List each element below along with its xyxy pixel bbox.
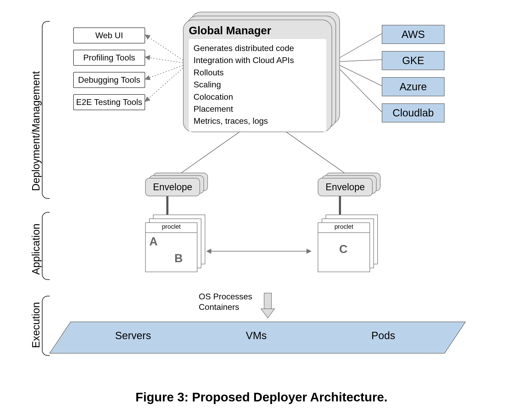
proclet-letter-A: A xyxy=(149,235,158,248)
gm-item: Colocation xyxy=(194,91,322,103)
cloud-aws: AWS xyxy=(382,25,445,44)
proclet-right: proclet C xyxy=(318,222,370,272)
svg-line-1 xyxy=(145,57,183,63)
envelope-right-label: Envelope xyxy=(318,178,372,196)
tool-debugging: Debugging Tools xyxy=(73,72,145,88)
proclet-letter-C: C xyxy=(339,243,348,256)
svg-rect-13 xyxy=(264,293,271,309)
tool-web-ui: Web UI xyxy=(73,27,145,43)
global-manager-list: Generates distributed code Integration w… xyxy=(189,39,326,132)
envelope-left: Envelope xyxy=(145,178,200,196)
proclet-right-header: proclet xyxy=(318,223,369,233)
gm-item: Metrics, traces, logs xyxy=(194,115,322,127)
proclet-letter-B: B xyxy=(174,252,183,265)
exec-label-vms: VMs xyxy=(246,330,267,341)
gm-item: Rollouts xyxy=(194,66,322,79)
exec-label-servers: Servers xyxy=(115,330,151,341)
tool-profiling: Profiling Tools xyxy=(73,50,145,66)
svg-line-8 xyxy=(178,126,248,175)
proclet-left: proclet A B xyxy=(145,222,197,272)
gm-item: Integration with Cloud APIs xyxy=(194,54,322,66)
figure-caption: Figure 3: Proposed Deployer Architecture… xyxy=(0,390,523,404)
brace-application xyxy=(42,212,50,280)
cloud-azure: Azure xyxy=(382,77,445,96)
os-label-2: Containers xyxy=(199,302,239,312)
exec-label-pods: Pods xyxy=(371,330,395,341)
envelope-right: Envelope xyxy=(318,178,373,196)
section-label-execution: Execution xyxy=(30,302,42,348)
brace-execution xyxy=(42,296,50,356)
svg-line-4 xyxy=(340,33,382,58)
section-label-deployment: Deployment/Management xyxy=(30,71,42,191)
svg-line-0 xyxy=(145,35,183,60)
svg-line-3 xyxy=(145,68,183,102)
section-label-application: Application xyxy=(30,223,42,275)
os-label-1: OS Processes xyxy=(199,292,252,301)
svg-marker-14 xyxy=(261,309,275,318)
global-manager-title: Global Manager xyxy=(189,24,326,37)
gm-item: Placement xyxy=(194,103,322,115)
tool-e2e-testing: E2E Testing Tools xyxy=(73,94,145,110)
svg-line-9 xyxy=(277,126,348,175)
svg-line-2 xyxy=(145,65,183,79)
cloud-gke: GKE xyxy=(382,51,445,70)
cloud-cloudlab: Cloudlab xyxy=(382,103,445,122)
gm-item: Generates distributed code xyxy=(194,42,322,54)
envelope-left-label: Envelope xyxy=(146,178,200,196)
gm-item: Scaling xyxy=(194,79,322,91)
proclet-left-header: proclet xyxy=(146,223,197,233)
global-manager-card: Global Manager Generates distributed cod… xyxy=(183,20,332,132)
svg-line-5 xyxy=(340,60,382,61)
brace-deployment xyxy=(42,21,50,199)
